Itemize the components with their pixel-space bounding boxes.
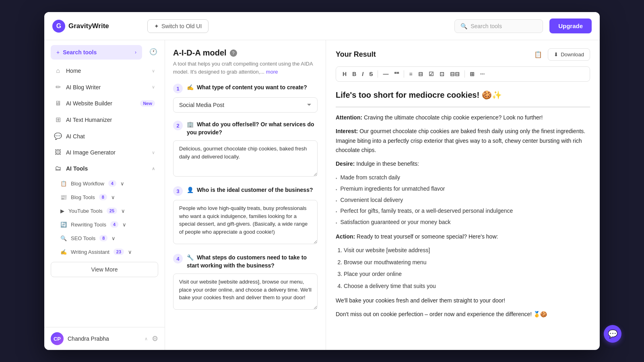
- home-label: Home: [66, 68, 148, 74]
- step-3-textarea[interactable]: People who love high-quality treats, bus…: [173, 200, 318, 244]
- sidebar-item-ai-chat[interactable]: 💬 AI Chat: [47, 128, 161, 144]
- toolbar-unordered-list-btn[interactable]: ≡: [407, 69, 415, 79]
- blog-writer-chevron-icon: ∨: [152, 84, 155, 90]
- main-layout: + Search tools › 🕐 ⌂ Home ∨ ✏ AI Blog Wr…: [44, 40, 600, 350]
- result-closing-2: Don't miss out on cookie perfection – or…: [336, 310, 590, 319]
- top-search-bar[interactable]: 🔍 Search tools: [454, 19, 543, 33]
- desire-bullet-4: Perfect for gifts, family treats, or a w…: [336, 206, 590, 216]
- action-label: Action:: [336, 233, 355, 240]
- sidebar-ai-tools-header[interactable]: 🗂 AI Tools ∧: [47, 161, 161, 176]
- result-actions: 📋 ⬇ Download: [533, 48, 590, 61]
- sidebar-item-ai-text-humanizer[interactable]: ⊞ AI Text Humanizer: [47, 112, 161, 128]
- interest-label: Interest:: [336, 128, 358, 134]
- toolbar-separator-3: [464, 70, 465, 78]
- writing-assistant-label: Writing Assistant: [71, 249, 109, 255]
- toolbar-separator-2: [404, 70, 404, 78]
- attention-text: Craving the ultimate chocolate chip cook…: [364, 114, 543, 121]
- result-closing-1: We'll bake your cookies fresh and delive…: [336, 296, 590, 306]
- toolbar-indent-btn[interactable]: ⊡: [437, 69, 447, 79]
- toolbar-italic-btn[interactable]: I: [359, 69, 366, 79]
- step-1-label: 1 ✍️ What type of content you want to cr…: [173, 84, 318, 93]
- step-4-number: 4: [173, 254, 183, 263]
- step-3-label: 3 👤 Who is the ideal customer of the bus…: [173, 186, 318, 196]
- seo-tools-icon: 🔍: [60, 235, 67, 241]
- sidebar-item-home[interactable]: ⌂ Home ∨: [47, 63, 161, 78]
- copy-button[interactable]: 📋: [533, 49, 544, 60]
- history-button[interactable]: 🕐: [147, 45, 160, 58]
- view-more-button[interactable]: View More: [51, 262, 158, 277]
- rewriting-tools-chevron-icon: ∨: [122, 222, 126, 228]
- action-step-3: Place your order online: [344, 269, 590, 279]
- step-1-question: ✍️ What type of content you want to crea…: [187, 84, 307, 92]
- more-link[interactable]: more: [266, 69, 278, 75]
- step-2-label: 2 🏢 What do you offer/sell? Or what serv…: [173, 121, 318, 136]
- toolbar-outdent-btn[interactable]: ⊟⊟: [448, 69, 462, 79]
- step-3-icon: 👤: [187, 187, 194, 193]
- sidebar-item-blog-tools[interactable]: 📰 Blog Tools 8 ∨: [47, 191, 161, 204]
- result-header: Your Result 📋 ⬇ Download: [336, 48, 590, 61]
- search-icon: 🔍: [460, 23, 467, 29]
- image-generator-label: AI Image Generator: [66, 149, 148, 156]
- desire-bullet-2: Premium ingredients for unmatched flavor: [336, 184, 590, 194]
- sidebar-item-youtube-tools[interactable]: ▶ YouTube Tools 25 ∨: [47, 204, 161, 217]
- user-settings-icon: ⚙: [152, 334, 158, 343]
- blog-workflow-badge: 4: [108, 180, 116, 187]
- action-step-4: Choose a delivery time that suits you: [344, 282, 590, 291]
- action-numbered-list: Visit our website [website address] Brow…: [336, 246, 590, 291]
- upgrade-button[interactable]: Upgrade: [549, 19, 592, 33]
- chat-fab-button[interactable]: 💬: [604, 325, 621, 343]
- download-label: Download: [561, 51, 584, 58]
- writing-assistant-chevron-icon: ∨: [128, 249, 132, 255]
- sidebar-search-tools[interactable]: + Search tools ›: [51, 45, 142, 60]
- download-button[interactable]: ⬇ Download: [548, 48, 590, 61]
- toolbar-ordered-list-btn[interactable]: ⊟: [416, 69, 425, 79]
- desire-bullet-3: Convenient local delivery: [336, 195, 590, 205]
- tool-title: A-I-D-A model: [173, 48, 227, 58]
- toolbar-checklist-btn[interactable]: ☑: [426, 69, 436, 79]
- switch-old-ui-button[interactable]: ✦ Switch to Old UI: [147, 19, 208, 33]
- result-interest-paragraph: Interest: Our gourmet chocolate chip coo…: [336, 127, 590, 155]
- blog-workflow-label: Blog Workflow: [71, 181, 104, 187]
- plus-icon: +: [56, 49, 60, 56]
- toolbar-more-btn[interactable]: ···: [478, 69, 487, 79]
- step-2-textarea[interactable]: Delicious, gourmet chocolate chip cookie…: [173, 140, 318, 177]
- sidebar-item-blog-workflow[interactable]: 📋 Blog Workflow 4 ∨: [47, 177, 161, 190]
- sidebar-item-ai-blog-writer[interactable]: ✏ AI Blog Writer ∨: [47, 79, 161, 95]
- tool-info-icon[interactable]: ?: [230, 49, 237, 57]
- toolbar-quote-btn[interactable]: ❝❝: [392, 70, 401, 78]
- blog-workflow-icon: 📋: [60, 181, 67, 187]
- youtube-tools-chevron-icon: ∨: [121, 208, 125, 214]
- switch-icon: ✦: [154, 23, 159, 29]
- ai-tools-icon: 🗂: [54, 165, 62, 172]
- sidebar-user[interactable]: CP Chandra Prabha ∧ ⚙: [44, 327, 165, 350]
- step-4-textarea[interactable]: Visit our website [website address], bro…: [173, 274, 318, 310]
- toolbar-heading-btn[interactable]: H: [340, 69, 349, 79]
- writing-assistant-icon: ✍: [60, 249, 67, 255]
- website-builder-label: AI Website Builder: [66, 100, 136, 107]
- sidebar-item-ai-website-builder[interactable]: 🖥 AI Website Builder New: [47, 96, 161, 111]
- sidebar-item-ai-image-generator[interactable]: 🖼 AI Image Generator ∨: [47, 145, 161, 160]
- form-step-2: 2 🏢 What do you offer/sell? Or what serv…: [173, 121, 318, 178]
- sidebar-item-writing-assistant[interactable]: ✍ Writing Assistant 23 ∨: [47, 245, 161, 258]
- result-title: Your Result: [336, 50, 533, 59]
- chat-fab-icon: 💬: [608, 329, 618, 339]
- result-content: Life's too short for mediocre cookies! 🍪…: [336, 88, 590, 319]
- website-builder-badge: New: [140, 100, 155, 107]
- action-intro: Ready to treat yourself or someone speci…: [357, 233, 498, 240]
- toolbar-strikethrough-btn[interactable]: S: [367, 69, 375, 79]
- desire-bullet-5: Satisfaction guaranteed or your money ba…: [336, 218, 590, 227]
- toolbar-table-btn[interactable]: ⊞: [467, 69, 477, 79]
- ai-tools-label: AI Tools: [66, 165, 148, 172]
- sidebar-item-seo-tools[interactable]: 🔍 SEO Tools 8 ∨: [47, 232, 161, 245]
- step-1-select[interactable]: Social Media Post Blog Post Email Ad Cop…: [173, 97, 318, 113]
- toolbar-bold-btn[interactable]: B: [350, 69, 359, 79]
- blog-tools-chevron-icon: ∨: [111, 194, 115, 200]
- logo-icon: G: [52, 20, 65, 33]
- toolbar-rule-btn[interactable]: —: [380, 69, 391, 79]
- step-4-label: 4 🔧 What steps do customers need to take…: [173, 254, 318, 269]
- attention-label: Attention:: [336, 114, 362, 121]
- sidebar-item-rewriting-tools[interactable]: 🔄 Rewriting Tools 4 ∨: [47, 218, 161, 231]
- ai-tools-chevron-icon: ∧: [152, 166, 155, 171]
- sidebar-search-label: Search tools: [63, 49, 132, 56]
- step-1-number: 1: [173, 84, 183, 93]
